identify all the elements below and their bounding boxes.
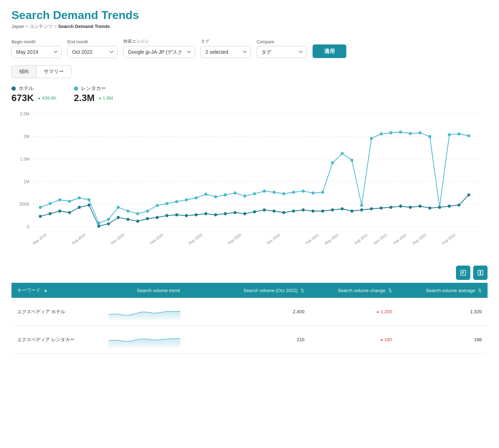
svg-point-68 [146, 217, 149, 220]
svg-point-83 [292, 210, 295, 213]
columns-button[interactable] [473, 266, 488, 280]
end-month-filter: End month Oct 2022 [67, 39, 118, 58]
compare-label: Compare [257, 39, 307, 44]
svg-point-41 [321, 191, 324, 194]
svg-point-29 [204, 192, 207, 195]
export-button[interactable] [456, 266, 470, 280]
svg-point-15 [68, 200, 71, 202]
legend-rental: レンタカー 2.3M ● 1.8M [74, 85, 113, 104]
svg-point-69 [156, 216, 158, 219]
svg-text:May 2022: May 2022 [412, 233, 427, 246]
svg-point-90 [360, 209, 363, 211]
svg-point-56 [467, 134, 470, 137]
svg-text:Feb 2021: Feb 2021 [305, 233, 320, 245]
svg-point-49 [399, 130, 402, 133]
svg-text:Feb 2020: Feb 2020 [149, 233, 164, 245]
rental-name: レンタカー [81, 85, 106, 92]
svg-point-34 [253, 192, 256, 195]
trend-sparkline-0 [109, 302, 180, 320]
svg-text:May 2021: May 2021 [324, 233, 339, 246]
svg-text:Aug 2021: Aug 2021 [353, 233, 369, 245]
chart-svg: 2.5M 2M 1.5M 1M 500K 0 [11, 106, 488, 257]
begin-month-label: Begin month [11, 39, 62, 44]
change-down-icon-0: ● [377, 310, 379, 314]
begin-month-select[interactable]: May 2019 [11, 46, 62, 58]
compare-select[interactable]: タグ [257, 46, 307, 58]
svg-point-79 [253, 210, 256, 213]
svg-point-20 [117, 206, 120, 209]
svg-point-95 [409, 206, 412, 209]
col-keyword[interactable]: キーワード ▲ [11, 283, 103, 298]
tag-select[interactable]: 2 selected [201, 46, 251, 58]
compare-filter: Compare タグ [257, 39, 307, 58]
svg-point-25 [166, 202, 168, 205]
svg-point-54 [448, 133, 451, 136]
svg-point-63 [97, 225, 100, 228]
col-change[interactable]: Search volume change ⇅ [310, 283, 398, 298]
svg-text:0: 0 [27, 224, 30, 229]
average-cell-0: 1,320 [398, 298, 488, 326]
svg-point-30 [214, 195, 217, 198]
svg-point-87 [331, 209, 334, 211]
page-title: Search Demand Trends [11, 9, 488, 22]
svg-point-71 [175, 213, 178, 216]
engine-label: 検索エンジン [123, 38, 195, 44]
sort-keyword-icon: ▲ [43, 287, 48, 293]
trend-cell-0 [103, 298, 214, 326]
svg-point-39 [302, 190, 305, 192]
svg-point-64 [107, 222, 110, 225]
col-volume[interactable]: Search volume (Oct 2022) ⇅ [214, 283, 310, 298]
svg-text:2M: 2M [24, 134, 30, 139]
sort-change-icon: ⇅ [388, 288, 392, 293]
col-average[interactable]: Search volume average ⇅ [398, 283, 488, 298]
svg-rect-121 [481, 270, 483, 275]
svg-point-14 [58, 198, 61, 201]
svg-point-97 [428, 206, 431, 209]
keyword-cell: エクスペディア レンタカー [11, 326, 103, 354]
end-month-label: End month [67, 39, 118, 44]
svg-point-47 [380, 132, 382, 135]
svg-point-51 [419, 131, 422, 134]
svg-point-33 [243, 195, 246, 197]
tab-summary[interactable]: サマリー [37, 65, 71, 78]
end-month-select[interactable]: Oct 2022 [67, 46, 118, 58]
svg-text:Aug 2022: Aug 2022 [441, 233, 456, 245]
svg-point-45 [360, 204, 363, 207]
keyword-cell: エクスペディア ホテル [11, 298, 103, 326]
tag-label: タグ [201, 38, 251, 44]
svg-point-78 [243, 212, 246, 215]
svg-point-17 [87, 198, 90, 201]
svg-point-27 [185, 198, 188, 201]
svg-point-81 [272, 210, 275, 213]
export-icon [460, 270, 466, 276]
sort-average-icon: ⇅ [478, 288, 482, 293]
svg-point-70 [166, 214, 168, 217]
svg-point-89 [351, 210, 353, 213]
svg-point-84 [302, 209, 305, 211]
tag-filter: タグ 2 selected [201, 38, 251, 58]
svg-text:1.5M: 1.5M [20, 157, 29, 162]
svg-point-42 [331, 161, 334, 164]
filters-row: Begin month May 2019 End month Oct 2022 … [11, 38, 488, 58]
breadcrumb: Japan > コンテンツ > Search Demand Trends [11, 23, 488, 30]
svg-point-82 [282, 211, 285, 214]
apply-button[interactable]: 適用 [313, 44, 346, 58]
volume-cell-1: 210 [214, 326, 310, 354]
tab-trend[interactable]: 傾向 [11, 65, 37, 78]
svg-point-23 [146, 210, 149, 213]
svg-point-21 [127, 210, 129, 213]
svg-point-88 [341, 207, 344, 210]
engine-select[interactable]: Google jp-JA-JP (デスク [123, 46, 195, 58]
trend-sparkline-1 [109, 330, 180, 348]
svg-point-38 [292, 191, 295, 194]
svg-point-43 [341, 152, 344, 155]
change-cell-1: ● 180 [310, 326, 398, 354]
svg-point-36 [272, 191, 275, 194]
svg-text:Aug 2020: Aug 2020 [227, 233, 242, 245]
columns-icon [477, 270, 484, 276]
change-down-icon-1: ● [380, 338, 383, 342]
rental-change: ● 1.8M [99, 95, 113, 101]
svg-text:May 2020: May 2020 [188, 233, 203, 246]
rental-value: 2.3M [74, 92, 95, 104]
svg-point-40 [312, 191, 314, 194]
